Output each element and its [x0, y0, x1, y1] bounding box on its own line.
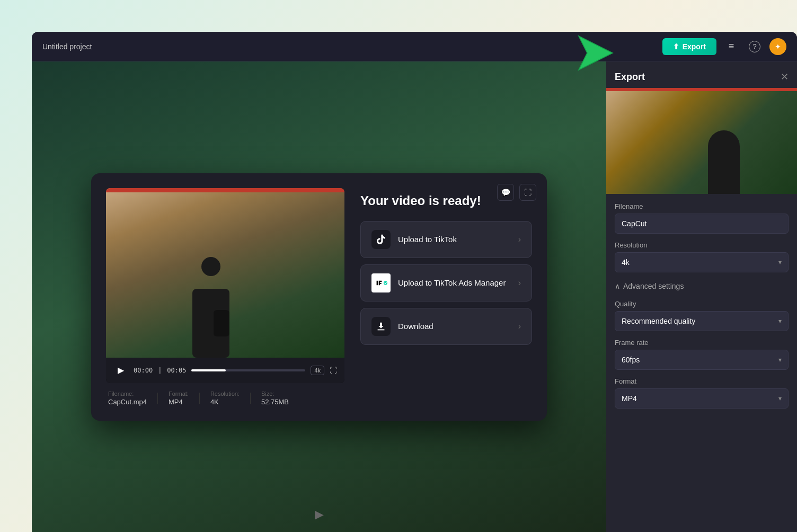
tiktok-ads-arrow: ›	[518, 278, 521, 288]
quality-field: Quality Recommended quality ▾	[615, 300, 789, 331]
help-icon-button[interactable]: ?	[746, 38, 763, 55]
resolution-select[interactable]: 4k ▾	[615, 252, 789, 272]
person-torso	[192, 289, 229, 358]
svg-point-1	[384, 281, 387, 285]
progress-bar[interactable]	[191, 369, 305, 371]
upload-tiktok-button[interactable]: Upload to TikTok ›	[360, 221, 532, 258]
video-frame	[106, 188, 344, 358]
format-chevron-icon: ▾	[778, 395, 782, 402]
panel-preview	[606, 88, 797, 194]
time-separator: |	[158, 367, 162, 374]
quality-field-label: Quality	[615, 300, 789, 308]
separator-1	[157, 393, 158, 404]
format-field: Format MP4 ▾	[615, 377, 789, 409]
file-info-resolution: Resolution: 4K	[210, 391, 240, 406]
framerate-select-value: 60fps	[622, 356, 640, 364]
top-bar: Untitled project ⬆ Export ≡ ? ✦	[32, 32, 797, 61]
fullscreen-icon: ⛶	[524, 188, 532, 197]
download-icon	[375, 321, 387, 332]
comment-icon-button[interactable]: 💬	[497, 184, 514, 201]
resolution-select-value: 4k	[622, 258, 630, 267]
main-content: 💬 ⛶	[32, 61, 797, 532]
app-window: Untitled project ⬆ Export ≡ ? ✦	[32, 32, 797, 532]
framerate-select[interactable]: 60fps ▾	[615, 350, 789, 370]
chevron-up-icon: ∧	[615, 282, 620, 290]
avatar-button[interactable]: ✦	[769, 38, 786, 55]
export-modal: 💬 ⛶	[91, 173, 547, 421]
avatar-icon: ✦	[775, 42, 781, 51]
help-icon: ?	[749, 41, 760, 52]
project-title: Untitled project	[42, 42, 92, 51]
fullscreen-icon-button[interactable]: ⛶	[519, 184, 536, 201]
filename-input[interactable]	[615, 214, 789, 234]
upload-tiktok-ads-button[interactable]: Upload to TikTok Ads Manager ›	[360, 264, 532, 302]
export-button[interactable]: ⬆ Export	[662, 38, 716, 55]
quality-select-value: Recommended quality	[622, 317, 695, 325]
video-fullscreen-button[interactable]: ⛶	[330, 366, 337, 375]
tiktok-icon	[375, 234, 387, 245]
download-button[interactable]: Download ›	[360, 308, 532, 345]
progress-fill	[191, 369, 225, 371]
actions-section: Your video is ready! Upload to TikTok ›	[360, 188, 532, 406]
file-info-size: Size: 52.75MB	[261, 391, 289, 406]
editor-area: 💬 ⛶	[32, 61, 606, 532]
comment-icon: 💬	[501, 188, 510, 197]
video-fullscreen-icon: ⛶	[330, 366, 337, 375]
top-bar-right: ⬆ Export ≡ ? ✦	[662, 38, 786, 55]
video-red-bar	[106, 188, 344, 192]
tiktok-icon-container	[371, 230, 391, 249]
format-value: MP4	[169, 398, 189, 406]
modal-body: ▶ 00:00 | 00:05 4k	[106, 188, 532, 406]
framerate-chevron-icon: ▾	[778, 356, 782, 363]
advanced-settings-label: Advanced settings	[623, 282, 684, 290]
stack-icon: ≡	[729, 41, 734, 52]
pointer-arrow	[574, 32, 617, 76]
resolution-field: Resolution 4k ▾	[615, 241, 789, 272]
video-controls: ▶ 00:00 | 00:05 4k	[106, 358, 344, 383]
tiktok-ads-icon	[374, 278, 388, 288]
svg-marker-2	[579, 36, 613, 70]
resolution-chevron-icon: ▾	[778, 259, 782, 266]
file-info: Filename: CapCut.mp4 Format: MP4	[106, 383, 344, 406]
size-value: 52.75MB	[261, 398, 289, 406]
filename-field-label: Filename	[615, 202, 789, 210]
quality-select[interactable]: Recommended quality ▾	[615, 311, 789, 331]
separator-3	[250, 393, 251, 404]
filename-field: Filename	[615, 202, 789, 234]
backpack	[214, 310, 229, 336]
play-button[interactable]: ▶	[113, 363, 128, 378]
panel-fields: Filename Resolution 4k ▾ ∧ Advanced sett…	[606, 194, 797, 417]
download-label: Download	[398, 322, 511, 331]
panel-header: Export ✕	[606, 61, 797, 88]
current-time: 00:00	[134, 367, 153, 374]
framerate-field: Frame rate 60fps ▾	[615, 339, 789, 370]
advanced-settings-row[interactable]: ∧ Advanced settings	[615, 280, 789, 292]
modal-icons: 💬 ⛶	[497, 184, 536, 201]
format-label: Format:	[169, 391, 189, 397]
panel-close-button[interactable]: ✕	[781, 71, 789, 83]
tiktok-ads-label: Upload to TikTok Ads Manager	[398, 278, 511, 287]
quality-badge: 4k	[311, 366, 324, 375]
tiktok-arrow: ›	[518, 235, 521, 244]
close-icon: ✕	[781, 71, 789, 83]
format-select[interactable]: MP4 ▾	[615, 388, 789, 409]
video-section: ▶ 00:00 | 00:05 4k	[106, 188, 344, 406]
quality-chevron-icon: ▾	[778, 317, 782, 325]
format-field-label: Format	[615, 377, 789, 385]
separator-2	[199, 393, 200, 404]
panel-preview-bar	[606, 88, 797, 91]
tiktok-label: Upload to TikTok	[398, 235, 511, 244]
file-info-filename: Filename: CapCut.mp4	[108, 391, 147, 406]
filename-label: Filename:	[108, 391, 147, 397]
stack-icon-button[interactable]: ≡	[723, 38, 740, 55]
panel-person-silhouette	[708, 130, 740, 194]
resolution-value: 4K	[210, 398, 240, 406]
panel-preview-image	[606, 88, 797, 194]
panel-title: Export	[615, 72, 645, 83]
arrow-svg	[574, 32, 617, 74]
person-head	[201, 257, 220, 276]
download-icon-container	[371, 317, 391, 336]
resolution-label: Resolution:	[210, 391, 240, 397]
format-select-value: MP4	[622, 394, 637, 403]
play-icon: ▶	[118, 365, 124, 375]
